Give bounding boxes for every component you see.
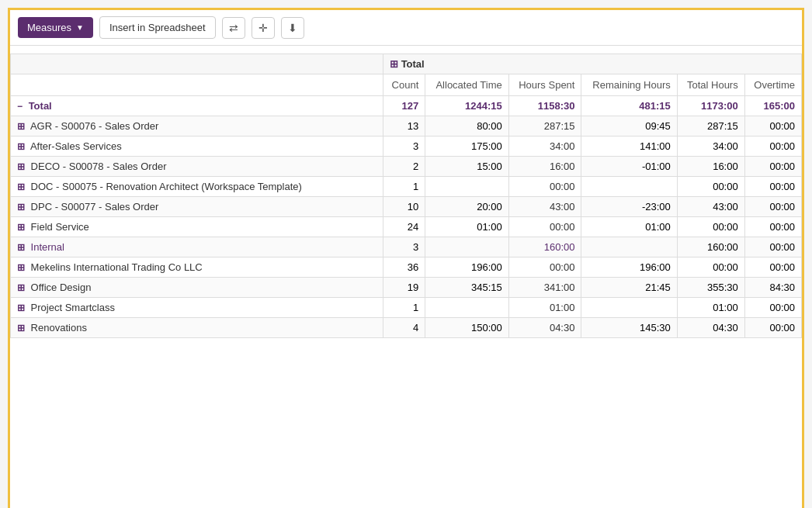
row-total-hours: 00:00 (677, 217, 744, 237)
transfer-icon: ⇄ (229, 22, 238, 34)
row-label: ⊞ DOC - S00075 - Renovation Architect (W… (11, 177, 383, 197)
table-row: ⊞ After-Sales Services 3 175:00 34:00 14… (11, 137, 802, 157)
table-row: ⊞ Field Service 24 01:00 00:00 01:00 00:… (11, 217, 802, 237)
row-count: 13 (383, 116, 425, 137)
expand-row-icon[interactable]: ⊞ (17, 161, 25, 172)
total-count: 127 (383, 96, 425, 116)
row-overtime: 00:00 (744, 237, 801, 257)
row-allocated-time: 175:00 (425, 137, 508, 157)
row-allocated-time: 345:15 (425, 278, 508, 298)
expand-row-icon[interactable]: ⊞ (17, 141, 25, 152)
row-overtime: 00:00 (744, 177, 801, 197)
total-total-hours: 1173:00 (677, 96, 744, 116)
expand-row-icon[interactable]: ⊞ (17, 242, 25, 253)
expand-row-icon[interactable]: ⊞ (17, 323, 25, 333)
row-overtime: 00:00 (744, 197, 801, 217)
expand-row-icon[interactable]: ⊞ (17, 121, 25, 132)
table-row: ⊞ Internal 3 160:00 160:00 00:00 (11, 237, 802, 257)
row-remaining-hours: 21:45 (581, 278, 677, 298)
row-count: 4 (383, 318, 425, 338)
row-count: 10 (383, 197, 425, 217)
col-header-total-hours: Total Hours (677, 74, 744, 96)
row-overtime: 00:00 (744, 116, 801, 137)
row-count: 1 (383, 298, 425, 318)
row-allocated-time: 150:00 (425, 318, 508, 338)
expand-row-icon[interactable]: ⊞ (17, 282, 25, 293)
row-total-hours: 01:00 (677, 298, 744, 318)
expand-icon[interactable]: ⊞ (390, 58, 398, 70)
row-count: 19 (383, 278, 425, 298)
measures-caret-icon: ▼ (76, 23, 84, 32)
download-icon-button[interactable]: ⬇ (281, 17, 304, 39)
row-label: ⊞ Internal (11, 237, 383, 257)
row-remaining-hours: 196:00 (581, 257, 677, 278)
row-count: 36 (383, 257, 425, 278)
table-row: ⊞ Renovations 4 150:00 04:30 145:30 04:3… (11, 318, 802, 338)
row-total-hours: 00:00 (677, 177, 744, 197)
expand-row-icon[interactable]: ⊞ (17, 202, 25, 213)
row-label: ⊞ Renovations (11, 318, 383, 338)
row-hours-spent: 16:00 (508, 157, 581, 177)
group-header-empty (11, 54, 383, 74)
row-allocated-time: 80:00 (425, 116, 508, 137)
expand-row-icon[interactable]: ⊞ (17, 302, 25, 313)
row-hours-spent: 160:00 (508, 237, 581, 257)
row-count: 1 (383, 177, 425, 197)
row-hours-spent: 04:30 (508, 318, 581, 338)
row-total-hours: 00:00 (677, 257, 744, 278)
measures-button[interactable]: Measures ▼ (18, 17, 93, 38)
col-header-hours-spent: Hours Spent (508, 74, 581, 96)
row-label: ⊞ Field Service (11, 217, 383, 237)
col-header-allocated-time: Allocated Time (425, 74, 508, 96)
row-remaining-hours: -23:00 (581, 197, 677, 217)
expand-row-icon[interactable]: ⊞ (17, 222, 25, 233)
row-overtime: 00:00 (744, 298, 801, 318)
pivot-table-wrapper: ⊞ Total Count Allocated Time Hours Spent… (10, 46, 802, 338)
row-overtime: 00:00 (744, 257, 801, 278)
row-total-hours: 43:00 (677, 197, 744, 217)
row-count: 2 (383, 157, 425, 177)
group-header-text: Total (401, 58, 425, 70)
row-hours-spent: 341:00 (508, 278, 581, 298)
row-allocated-time (425, 177, 508, 197)
total-overtime: 165:00 (744, 96, 801, 116)
row-total-hours: 160:00 (677, 237, 744, 257)
row-allocated-time: 15:00 (425, 157, 508, 177)
row-label: ⊞ DECO - S00078 - Sales Order (11, 157, 383, 177)
row-count: 3 (383, 237, 425, 257)
toolbar: Measures ▼ Insert in Spreadsheet ⇄ ✛ ⬇ (10, 10, 802, 46)
expand-row-icon[interactable]: ⊞ (17, 181, 25, 192)
row-allocated-time: 196:00 (425, 257, 508, 278)
total-remaining-hours: 481:15 (581, 96, 677, 116)
table-row: ⊞ DOC - S00075 - Renovation Architect (W… (11, 177, 802, 197)
total-hours-spent: 1158:30 (508, 96, 581, 116)
row-total-hours: 16:00 (677, 157, 744, 177)
pivot-table: ⊞ Total Count Allocated Time Hours Spent… (10, 54, 802, 338)
plus-icon: ✛ (259, 22, 268, 34)
row-remaining-hours: 09:45 (581, 116, 677, 137)
row-allocated-time (425, 298, 508, 318)
transfer-icon-button[interactable]: ⇄ (222, 17, 245, 39)
row-remaining-hours: 145:30 (581, 318, 677, 338)
col-header-overtime: Overtime (744, 74, 801, 96)
table-row: ⊞ Project Smartclass 1 01:00 01:00 00:00 (11, 298, 802, 318)
row-total-hours: 355:30 (677, 278, 744, 298)
download-icon: ⬇ (288, 22, 297, 34)
row-hours-spent: 34:00 (508, 137, 581, 157)
row-remaining-hours (581, 298, 677, 318)
row-overtime: 00:00 (744, 137, 801, 157)
row-overtime: 00:00 (744, 318, 801, 338)
row-hours-spent: 43:00 (508, 197, 581, 217)
total-row-label: − Total (11, 96, 383, 116)
expand-row-icon[interactable]: ⊞ (17, 262, 25, 273)
insert-spreadsheet-button[interactable]: Insert in Spreadsheet (99, 16, 216, 39)
plus-icon-button[interactable]: ✛ (252, 17, 275, 39)
row-label: ⊞ DPC - S00077 - Sales Order (11, 197, 383, 217)
row-overtime: 00:00 (744, 217, 801, 237)
table-row: ⊞ DPC - S00077 - Sales Order 10 20:00 43… (11, 197, 802, 217)
row-allocated-time (425, 237, 508, 257)
row-allocated-time: 20:00 (425, 197, 508, 217)
row-remaining-hours (581, 237, 677, 257)
group-header-label: ⊞ Total (383, 54, 802, 74)
collapse-icon[interactable]: − (17, 101, 23, 112)
